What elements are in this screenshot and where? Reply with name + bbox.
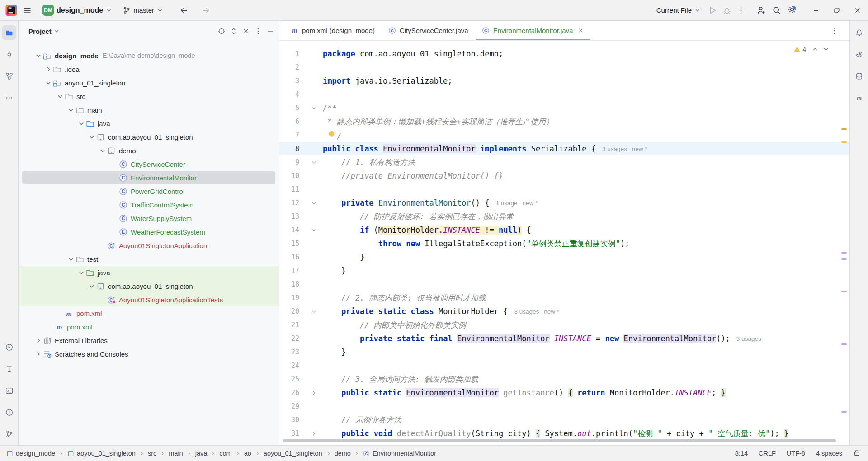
settings-gear-icon[interactable] — [788, 5, 797, 14]
file-encoding[interactable]: UTF-8 — [787, 450, 805, 457]
horizontal-scrollbar[interactable] — [283, 439, 836, 442]
fold-indicator[interactable] — [299, 390, 323, 396]
tree-row[interactable]: CPowerGridControl — [19, 184, 279, 198]
locate-icon[interactable] — [217, 27, 226, 35]
tree-row[interactable]: java — [19, 117, 279, 130]
debug-button-icon[interactable] — [722, 6, 731, 15]
more-vertical-icon[interactable] — [254, 27, 262, 35]
tree-row[interactable]: mpom.xml — [19, 306, 279, 320]
chevron-down-icon[interactable] — [87, 133, 96, 141]
tab-close-icon[interactable] — [577, 27, 584, 34]
chevron-down-icon[interactable] — [77, 120, 86, 127]
tree-row[interactable]: design_modeE:\Java\me-demo\design_mode — [19, 49, 279, 62]
tool-window-button-project[interactable] — [2, 25, 16, 40]
inlay-hint[interactable]: 3 usages — [514, 308, 539, 315]
chevron-down-icon[interactable] — [87, 282, 96, 290]
breadcrumb-item[interactable]: demo — [335, 450, 351, 457]
tool-window-button-maven-tool[interactable]: m — [852, 90, 866, 105]
run-configuration-selector[interactable]: Current File — [653, 4, 704, 16]
navigate-back-icon[interactable] — [179, 6, 189, 15]
inlay-hint[interactable]: new * — [544, 308, 559, 315]
fold-indicator[interactable] — [299, 430, 323, 437]
editor-tab[interactable]: CCityServiceCenter.java — [382, 21, 475, 40]
tree-row[interactable]: com.ao.aoyou_01_singleton — [19, 130, 279, 144]
scrollbar-mark[interactable] — [841, 141, 847, 143]
scrollbar-mark[interactable] — [841, 411, 847, 413]
tree-row[interactable]: CEnvironmentalMonitor — [22, 171, 275, 184]
breadcrumb-item[interactable]: java — [195, 450, 208, 457]
tree-row[interactable]: java — [19, 266, 279, 279]
tree-row[interactable]: mpom.xml — [19, 320, 279, 334]
more-actions-icon[interactable] — [737, 6, 745, 14]
window-close-button[interactable] — [847, 0, 868, 21]
tree-row[interactable]: .idea — [19, 62, 279, 76]
tree-row[interactable]: com.ao.aoyou_01_singleton — [19, 279, 279, 293]
tree-row[interactable]: demo — [19, 144, 279, 157]
scrollbar-mark[interactable] — [841, 343, 847, 345]
tool-window-button-more-horizontal[interactable] — [2, 90, 16, 105]
chevron-right-icon[interactable] — [44, 66, 53, 73]
tab-options-icon[interactable] — [830, 27, 839, 35]
fold-indicator[interactable] — [299, 308, 323, 315]
readonly-toggle[interactable] — [853, 449, 861, 458]
code-with-me-icon[interactable] — [757, 6, 766, 15]
chevron-down-icon[interactable] — [34, 52, 43, 60]
caret-position[interactable]: 8:14 — [735, 450, 748, 457]
chevron-down-icon[interactable] — [44, 79, 53, 87]
fold-indicator[interactable] — [299, 227, 323, 234]
search-everywhere-icon[interactable] — [772, 6, 781, 15]
breadcrumb-item[interactable]: aoyou_01_singleton — [67, 450, 136, 457]
scrollbar-mark[interactable] — [841, 252, 847, 254]
chevron-right-icon[interactable] — [34, 350, 43, 358]
chevron-down-icon[interactable] — [56, 93, 65, 100]
tool-window-button-commit[interactable] — [2, 47, 16, 61]
tool-window-button-problems[interactable] — [2, 405, 16, 419]
tree-row[interactable]: CCityServiceCenter — [19, 157, 279, 171]
main-menu-icon[interactable] — [23, 6, 32, 15]
tree-row[interactable]: test — [19, 252, 279, 266]
window-minimize-button[interactable] — [806, 0, 826, 21]
indent-setting[interactable]: 4 spaces — [816, 450, 842, 457]
tree-row[interactable]: CTrafficControlSystem — [19, 198, 279, 212]
chevron-down-sm-icon[interactable] — [822, 46, 830, 53]
scrollbar-mark[interactable] — [841, 128, 847, 130]
chevron-down-icon[interactable] — [77, 269, 86, 277]
fold-indicator[interactable] — [299, 105, 323, 112]
inspection-widget[interactable]: 4 — [792, 45, 831, 54]
scrollbar-mark[interactable] — [841, 291, 847, 292]
inlay-hint[interactable]: 3 usages — [736, 335, 761, 342]
vcs-branch-widget[interactable]: master — [119, 4, 167, 16]
fold-indicator[interactable] — [299, 200, 323, 207]
breadcrumb-item[interactable]: com — [219, 450, 231, 457]
inlay-hint[interactable]: 3 usages — [602, 146, 627, 152]
tree-row[interactable]: CWaterSupplySystem — [19, 212, 279, 225]
window-restore-button[interactable] — [826, 0, 847, 21]
editor-tab[interactable]: mpom.xml (design_mode) — [284, 21, 382, 40]
tree-row[interactable]: CAoyou01SingletonApplicationTests — [19, 293, 279, 306]
tool-window-button-services[interactable] — [2, 340, 16, 354]
inlay-hint[interactable]: new * — [632, 146, 647, 152]
tool-window-button-todo[interactable] — [2, 362, 16, 376]
breadcrumb-item[interactable]: aoyou_01_singleton — [264, 450, 322, 457]
tree-row[interactable]: External Libraries — [19, 334, 279, 347]
run-button-icon[interactable] — [708, 6, 717, 15]
scrollbar-mark[interactable] — [841, 258, 847, 260]
collapse-all-icon[interactable] — [242, 27, 250, 35]
breadcrumb-item[interactable]: design_mode — [6, 450, 55, 457]
tool-window-button-notifications[interactable] — [852, 25, 866, 40]
tool-window-button-structure[interactable] — [2, 69, 16, 83]
expand-collapse-icon[interactable] — [230, 27, 238, 35]
code-editor[interactable]: 1package com.ao.aoyou_01_singleton.demo;… — [279, 41, 849, 445]
chevron-up-sm-icon[interactable] — [811, 46, 819, 53]
inlay-hint[interactable]: 1 usage — [496, 200, 518, 207]
tool-window-button-terminal[interactable] — [2, 383, 16, 398]
editor-tab[interactable]: CEnvironmentalMonitor.java — [475, 21, 591, 40]
tree-row[interactable]: src — [19, 89, 279, 103]
tool-window-button-database[interactable] — [852, 69, 866, 83]
navigate-forward-icon[interactable] — [201, 6, 210, 15]
project-widget[interactable]: DM design_mode — [39, 2, 116, 18]
tree-row[interactable]: CAoyou01SingletonApplication — [19, 239, 279, 252]
tree-row[interactable]: Scratches and Consoles — [19, 347, 279, 361]
breadcrumb-item[interactable]: ao — [244, 450, 251, 457]
hide-icon[interactable] — [266, 27, 274, 35]
